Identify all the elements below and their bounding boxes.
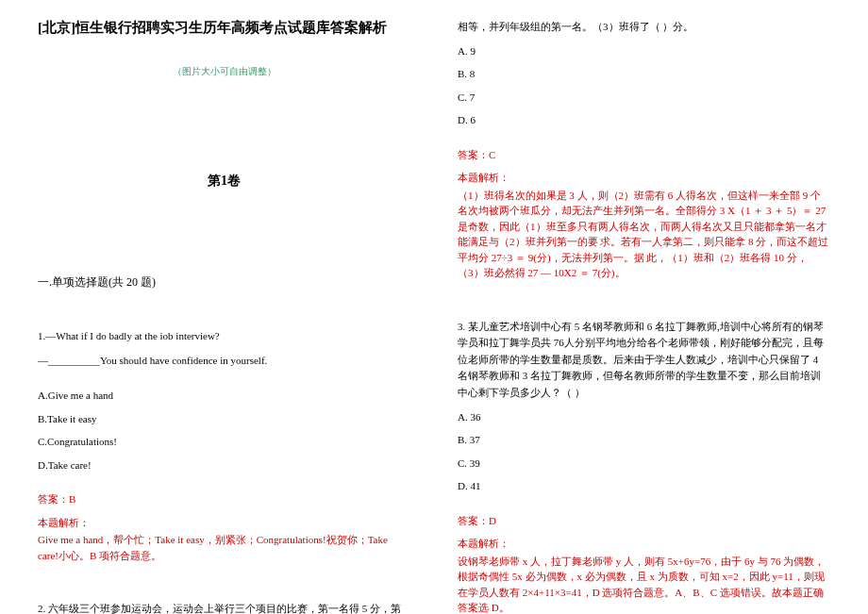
q1-option-d: D.Take care!: [38, 457, 410, 473]
q2-answer: 答案：C: [458, 147, 830, 163]
image-size-note: （图片大小可自由调整）: [38, 65, 410, 78]
q2-explain: （1）班得名次的如果是 3 人，则（2）班需有 6 人得名次，但这样一来全部 9…: [458, 188, 830, 281]
q2-option-a: A. 9: [458, 43, 830, 59]
q3-explain: 设钢琴老师带 x 人，拉丁舞老师带 y 人，则有 5x+6y=76，由于 6y …: [458, 554, 830, 614]
q2-stem-left: 2. 六年级三个班参加运动会，运动会上举行三个项目的比赛，第一名得 5 分，第二…: [38, 601, 410, 614]
q2-explain-label: 本题解析：: [458, 170, 830, 186]
q2-option-d: D. 6: [458, 112, 830, 128]
q1-explain: Give me a hand，帮个忙；Take it easy，别紧张；Cong…: [38, 532, 410, 563]
q1-stem-line1: 1.—What if I do badly at the iob intervi…: [38, 328, 410, 345]
q1-option-b: B.Take it easy: [38, 411, 410, 427]
q2-option-c: C. 7: [458, 90, 830, 106]
q2-option-b: B. 8: [458, 66, 830, 82]
q1-answer: 答案：B: [38, 491, 410, 507]
q1-option-a: A.Give me a hand: [38, 388, 410, 404]
q3-answer: 答案：D: [458, 513, 830, 529]
q3-explain-label: 本题解析：: [458, 536, 830, 552]
q1-explain-label: 本题解析：: [38, 515, 410, 531]
q3-option-a: A. 36: [458, 409, 830, 425]
q3-stem: 3. 某儿童艺术培训中心有 5 名钢琴教师和 6 名拉丁舞教师,培训中心将所有的…: [458, 319, 830, 402]
volume-title: 第1卷: [38, 173, 410, 190]
q2-stem-right: 相等，并列年级组的第一名。（3）班得了（ ）分。: [458, 19, 830, 36]
q1-option-c: C.Congratulations!: [38, 434, 410, 450]
q1-stem-line2: —__________You should have confidence in…: [38, 353, 410, 370]
section-title: 一.单项选择题(共 20 题): [38, 274, 410, 290]
q3-option-d: D. 41: [458, 478, 830, 494]
doc-title: [北京]恒生银行招聘实习生历年高频考点试题库答案解析: [38, 19, 410, 37]
q3-option-b: B. 37: [458, 432, 830, 448]
q3-option-c: C. 39: [458, 456, 830, 472]
